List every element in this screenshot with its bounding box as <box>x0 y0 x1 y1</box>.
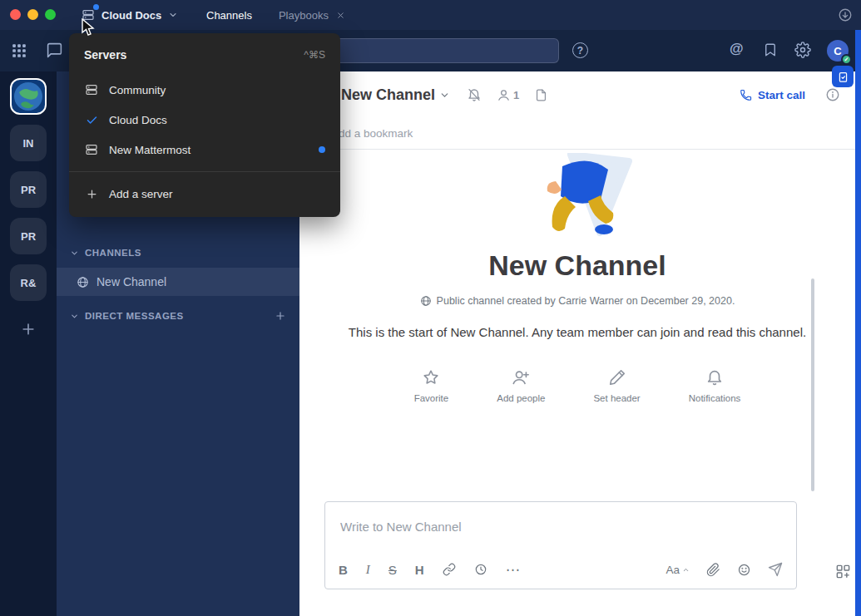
direct-messages-group-label: DIRECT MESSAGES <box>85 311 184 321</box>
server-unread-dot <box>93 4 99 10</box>
channel-title-button[interactable]: New Channel <box>341 86 450 104</box>
apps-grid-icon[interactable] <box>835 564 851 579</box>
strikethrough-button[interactable]: S <box>388 563 397 577</box>
server-item-label: New Mattermost <box>109 144 191 156</box>
notifications-button[interactable]: Notifications <box>689 368 741 403</box>
unread-dot <box>319 146 325 153</box>
server-menu-item-community[interactable]: Community <box>69 75 340 105</box>
message-input[interactable] <box>325 502 796 550</box>
server-icon <box>84 143 99 156</box>
server-menu-item-new-mattermost[interactable]: New Mattermost <box>69 135 340 165</box>
bell-icon <box>705 368 724 387</box>
chevron-down-icon <box>439 90 450 101</box>
tab-playbooks-label: Playbooks <box>279 9 329 22</box>
playbooks-clipboard-icon[interactable] <box>832 66 854 87</box>
mouse-cursor <box>82 18 95 37</box>
channels-product-icon[interactable] <box>46 42 63 59</box>
main-content: New Channel 1 Start call Add a bookmark <box>299 71 855 616</box>
favorite-button[interactable]: Favorite <box>414 368 449 403</box>
direct-messages-group-header[interactable]: DIRECT MESSAGES <box>57 304 299 328</box>
formatting-toggle-label: Aa <box>666 564 680 576</box>
app-tabs: Channels Playbooks <box>193 0 359 30</box>
team-item[interactable]: PR <box>10 218 47 254</box>
chevron-down-icon <box>70 249 79 258</box>
team-item-active[interactable] <box>10 78 47 115</box>
servers-menu-title: Servers <box>84 48 126 62</box>
link-icon[interactable] <box>443 563 456 576</box>
clock-icon[interactable] <box>474 563 487 576</box>
bold-button[interactable]: B <box>339 563 348 577</box>
help-button[interactable]: ? <box>572 42 588 58</box>
mute-bell-off-icon[interactable] <box>467 87 482 102</box>
favorite-label: Favorite <box>414 393 449 403</box>
sidebar-item-new-channel[interactable]: New Channel <box>57 268 299 296</box>
channels-group-header[interactable]: CHANNELS <box>57 241 299 264</box>
italic-button[interactable]: I <box>366 563 370 577</box>
add-direct-message-icon[interactable] <box>275 310 286 322</box>
phone-icon <box>740 89 752 101</box>
add-people-button[interactable]: Add people <box>497 368 545 403</box>
channel-title-label: New Channel <box>341 86 435 104</box>
plus-icon <box>20 321 37 338</box>
server-item-label: Community <box>109 84 166 96</box>
member-count: 1 <box>513 89 519 101</box>
add-team-button[interactable] <box>10 311 47 347</box>
scrollbar[interactable] <box>811 278 814 491</box>
product-switcher-icon[interactable] <box>10 42 28 60</box>
titlebar: Cloud Docs Channels Playbooks <box>0 0 861 30</box>
server-icon <box>84 83 99 96</box>
saved-posts-icon[interactable] <box>763 42 778 57</box>
update-download-icon[interactable] <box>838 7 853 22</box>
chevron-up-icon <box>682 566 690 574</box>
attachment-paperclip-icon[interactable] <box>706 563 720 577</box>
menu-divider <box>69 171 340 172</box>
emoji-picker-icon[interactable] <box>737 563 751 577</box>
message-composer: B I S H ⋯ Aa <box>324 501 797 589</box>
close-window-button[interactable] <box>10 9 21 20</box>
minimize-window-button[interactable] <box>27 9 38 20</box>
close-tab-icon[interactable] <box>336 11 345 20</box>
add-server-label: Add a server <box>109 188 173 200</box>
right-rail <box>855 30 861 616</box>
team-initials: PR <box>21 230 36 243</box>
globe-icon <box>420 295 432 307</box>
online-status-badge: ✓ <box>841 54 852 65</box>
more-formatting-button[interactable]: ⋯ <box>506 561 521 579</box>
formatting-toggle-button[interactable]: Aa <box>666 564 690 576</box>
notifications-label: Notifications <box>689 393 741 403</box>
tab-channels[interactable]: Channels <box>193 0 265 30</box>
channel-header: New Channel 1 Start call <box>299 71 855 118</box>
member-icon <box>497 88 511 102</box>
team-item[interactable]: IN <box>10 125 47 161</box>
add-server-button[interactable]: Add a server <box>69 179 340 209</box>
check-icon <box>84 114 99 126</box>
heading-button[interactable]: H <box>415 563 424 577</box>
user-initial: C <box>834 45 841 57</box>
servers-menu-shortcut: ^⌘S <box>304 49 325 61</box>
members-button[interactable]: 1 <box>497 88 519 102</box>
user-avatar[interactable]: C ✓ <box>827 40 849 62</box>
pinned-files-icon[interactable] <box>534 88 548 102</box>
send-message-button[interactable] <box>768 562 783 577</box>
settings-gear-icon[interactable] <box>794 42 811 58</box>
servers-menu-header: Servers ^⌘S <box>69 45 340 75</box>
channel-intro-heading: New Channel <box>299 249 855 282</box>
start-call-label: Start call <box>758 89 805 101</box>
mentions-icon[interactable]: @ <box>730 41 744 57</box>
team-item[interactable]: PR <box>10 171 47 208</box>
server-menu-item-cloud-docs[interactable]: Cloud Docs <box>69 105 340 135</box>
set-header-label: Set header <box>593 393 640 403</box>
channels-group-label: CHANNELS <box>85 248 141 258</box>
start-call-button[interactable]: Start call <box>740 89 805 101</box>
team-item[interactable]: R& <box>10 264 47 301</box>
zoom-window-button[interactable] <box>45 9 56 20</box>
set-header-button[interactable]: Set header <box>593 368 640 403</box>
tab-channels-label: Channels <box>206 9 252 22</box>
channel-meta-text: Public channel created by Carrie Warner … <box>437 295 735 307</box>
channel-info-icon[interactable] <box>825 87 840 102</box>
tab-playbooks[interactable]: Playbooks <box>265 0 359 30</box>
plus-icon <box>84 188 99 200</box>
bookmarks-bar[interactable]: Add a bookmark <box>299 118 855 150</box>
globe-icon <box>77 276 89 288</box>
team-sidebar: IN PR PR R& <box>0 71 57 616</box>
